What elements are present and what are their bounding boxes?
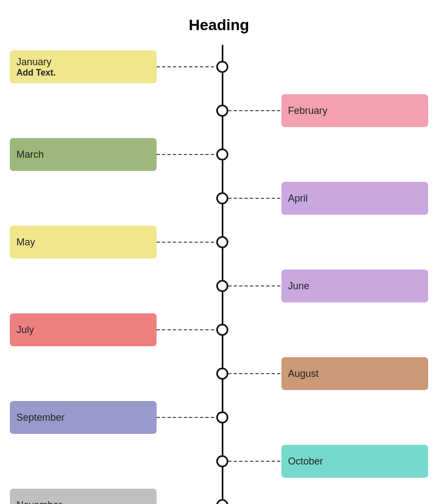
- month-box-september: September: [10, 401, 157, 434]
- timeline-row: June: [0, 264, 438, 308]
- month-label-november: November: [16, 500, 150, 505]
- node-october: [216, 455, 228, 467]
- timeline: January Add Text. February March April M…: [0, 45, 438, 504]
- month-label-june: June: [288, 280, 309, 292]
- month-box-june: June: [281, 270, 428, 302]
- dashed-line-june: [223, 285, 286, 287]
- timeline-row: March: [0, 133, 438, 176]
- node-november: [216, 499, 228, 504]
- month-sub-january: Add Text.: [16, 68, 150, 78]
- dashed-line-february: [223, 110, 286, 111]
- month-box-august: August: [281, 357, 428, 390]
- node-april: [216, 192, 228, 204]
- timeline-row: September: [0, 396, 438, 439]
- month-box-february: February: [281, 94, 428, 127]
- month-box-may: May: [10, 226, 157, 259]
- node-june: [216, 280, 228, 292]
- dashed-line-march: [157, 154, 220, 155]
- month-label-january: January: [16, 56, 150, 68]
- dashed-line-april: [223, 198, 286, 199]
- dashed-line-september: [157, 417, 220, 418]
- month-label-october: October: [288, 456, 323, 467]
- dashed-line-august: [223, 373, 286, 374]
- node-march: [216, 148, 228, 161]
- timeline-row: November: [0, 483, 438, 504]
- node-july: [216, 324, 228, 336]
- node-may: [216, 236, 228, 248]
- dashed-line-january: [157, 66, 220, 67]
- month-label-february: February: [288, 105, 327, 117]
- node-september: [216, 411, 228, 423]
- dashed-line-october: [223, 461, 286, 462]
- node-february: [216, 105, 228, 117]
- month-box-november: November: [10, 489, 157, 504]
- month-label-august: August: [288, 368, 319, 380]
- month-box-january: January Add Text.: [10, 50, 157, 83]
- timeline-row: April: [0, 176, 438, 220]
- month-label-april: April: [288, 193, 308, 204]
- month-label-may: May: [16, 237, 150, 248]
- dashed-line-july: [157, 329, 220, 330]
- dashed-line-may: [157, 242, 220, 243]
- timeline-row: May: [0, 220, 438, 264]
- timeline-row: January Add Text.: [0, 45, 438, 89]
- month-box-april: April: [281, 182, 428, 215]
- month-label-september: September: [16, 412, 150, 423]
- node-august: [216, 368, 228, 380]
- month-box-october: October: [281, 445, 428, 478]
- month-label-july: July: [16, 324, 150, 336]
- page-title: Heading: [0, 0, 438, 45]
- timeline-row: August: [0, 352, 438, 396]
- node-january: [216, 61, 228, 73]
- month-box-july: July: [10, 313, 157, 346]
- month-label-march: March: [16, 149, 150, 161]
- month-box-march: March: [10, 138, 157, 171]
- timeline-row: February: [0, 89, 438, 133]
- timeline-row: October: [0, 439, 438, 483]
- timeline-row: July: [0, 308, 438, 352]
